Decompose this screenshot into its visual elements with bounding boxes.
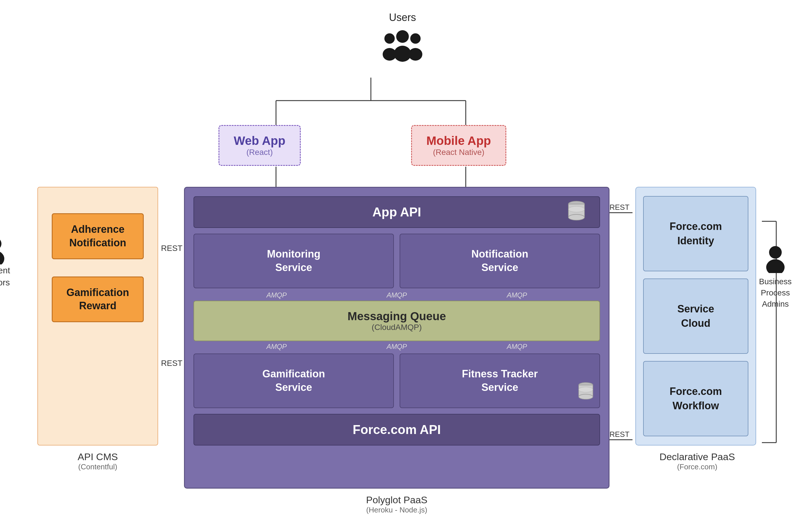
users-label: Users [389,12,416,23]
api-cms-box: Adherence Notification Gamification Rewa… [37,187,158,445]
biz-admins-section: Business Process Admins [759,244,792,310]
notification-service-box: Notification Service [400,234,600,288]
biz-admins-label2: Admins [762,300,789,308]
amqp-label-6: AMQP [507,343,527,350]
forcecom-api-bar: Force.com API [193,414,600,445]
svg-point-26 [409,48,422,61]
amqp-label-3: AMQP [507,291,527,299]
svg-point-36 [579,387,593,392]
polyglot-column: App API Monitoring Service [184,187,610,514]
content-authors-icon [0,236,10,264]
adherence-line2: Notification [69,237,126,249]
web-app-box: Web App (React) [219,125,301,166]
svg-text:REST: REST [610,203,629,211]
amqp-row-bottom: AMQP AMQP AMQP [193,341,600,354]
svg-point-22 [394,46,411,62]
diagram-container: REST REST REST REST Users [0,0,805,532]
biz-admins-label1: Business Process [759,277,792,297]
service-row-bottom: Gamification Service Fitness Tracker Ser… [193,354,600,408]
users-icon [379,26,426,69]
polyglot-title: Polyglot PaaS [184,494,610,506]
adherence-notification-box: Adherence Notification [52,213,144,259]
svg-point-38 [766,259,785,273]
rest-label-adherence: REST [161,244,183,253]
amqp-label-2: AMQP [387,291,407,299]
gamification-service-box: Gamification Service [193,354,394,408]
declarative-subtitle: (Force.com) [635,462,759,471]
service-row-top: Monitoring Service Notification Service [193,234,600,288]
polyglot-subtitle: (Heroku - Node.js) [184,506,610,514]
gamification-service-label: Gamification Service [262,367,325,394]
gamification-line1: Gamification [67,287,129,298]
monitoring-label: Monitoring Service [267,247,321,274]
svg-point-37 [769,246,782,259]
api-cms-outer: Content Authors Adherence Notification G… [37,187,158,471]
amqp-row-top: AMQP AMQP AMQP [193,288,600,301]
svg-point-23 [385,33,395,44]
users-section: Users [379,12,426,69]
mobile-app-title: Mobile App [426,134,491,148]
forcecom-api-label: Force.com API [353,422,441,437]
amqp-label-5: AMQP [387,343,407,350]
svg-point-25 [410,33,420,44]
fitness-tracker-label: Fitness Tracker Service [462,367,538,394]
svg-point-35 [579,394,593,399]
svg-point-32 [568,206,584,212]
app-api-bar: App API [193,196,600,228]
content-authors-section: Content Authors [0,236,10,288]
mobile-app-box: Mobile App (React Native) [411,125,506,166]
rest-label-gamification: REST [161,359,183,368]
web-app-title: Web App [234,134,285,148]
api-cms-subtitle: (Contentful) [78,462,118,471]
declarative-column: Business Process Admins Force.com Identi… [635,187,759,471]
gamification-reward-box: Gamification Reward [52,277,144,322]
forcecom-workflow-box: Force.com Workflow [643,361,748,436]
polyglot-box: App API Monitoring Service [184,187,610,489]
api-cms-title: API CMS [78,451,118,462]
content-authors-label1: Content [0,266,10,275]
web-app-subtitle: (React) [234,148,285,157]
messaging-queue-box: Messaging Queue (CloudAMQP) [193,301,600,341]
amqp-label-1: AMQP [266,291,287,299]
forcecom-identity-box: Force.com Identity [643,196,748,271]
messaging-queue-title: Messaging Queue [203,310,591,323]
svg-text:REST: REST [610,430,629,439]
svg-point-27 [0,238,1,250]
declarative-title: Declarative PaaS [635,451,759,462]
mobile-app-subtitle: (React Native) [426,148,491,157]
notification-label: Notification Service [471,247,528,274]
fitness-tracker-service-box: Fitness Tracker Service [400,354,600,408]
biz-admins-icon [761,244,790,273]
api-cms-footer: API CMS (Contentful) [78,451,118,471]
service-cloud-box: Service Cloud [643,279,748,354]
adherence-line1: Adherence [71,223,125,235]
svg-point-28 [0,251,4,264]
declarative-box: Force.com Identity Service Cloud Force.c… [635,187,756,445]
svg-point-21 [396,30,409,43]
polyglot-footer: Polyglot PaaS (Heroku - Node.js) [184,494,610,514]
messaging-queue-subtitle: (CloudAMQP) [203,323,591,332]
db-icon-fitness [578,382,594,403]
gamification-line2: Reward [79,300,116,311]
amqp-label-4: AMQP [266,343,287,350]
declarative-footer: Declarative PaaS (Force.com) [635,451,759,471]
app-api-label: App API [372,205,421,219]
svg-point-31 [568,214,584,220]
monitoring-service-box: Monitoring Service [193,234,394,288]
content-authors-label2: Authors [0,278,10,287]
svg-point-24 [383,48,396,61]
db-icon-app-api [568,201,585,224]
